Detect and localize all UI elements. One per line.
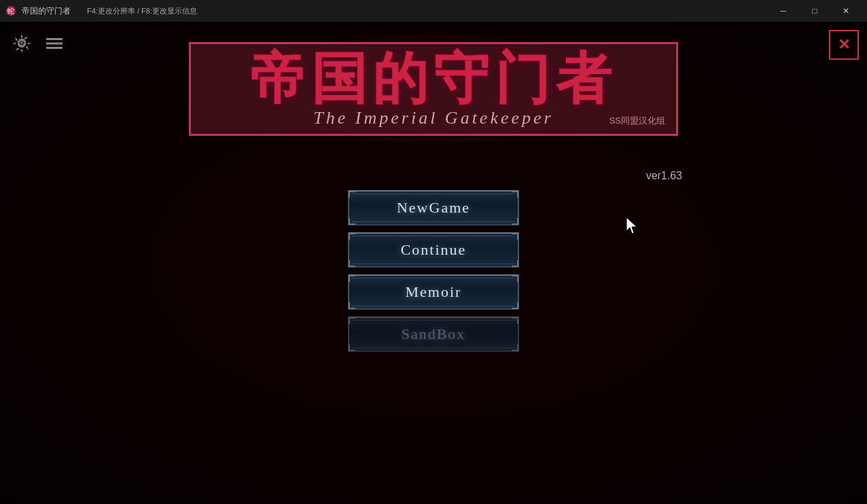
logo-credit: SS同盟汉化组 [609,115,665,127]
titlebar-left: 蛇 帝国的守门者 F4:更改分辨率 / F8:更改显示信息 [5,5,197,17]
svg-text:蛇: 蛇 [7,7,14,15]
titlebar-controls: ─ □ ✕ [768,0,862,22]
version-text: ver1.63 [646,170,682,182]
memoir-button[interactable]: Memoir [348,274,519,310]
minimize-button[interactable]: ─ [768,0,799,22]
window-title: 帝国的守门者 [22,5,71,17]
continue-button[interactable]: Continue [348,232,519,268]
game-title-chinese: 帝国的守门者 [205,51,662,107]
settings-icon-button[interactable]: ⚙ [8,30,35,57]
window-close-button[interactable]: ✕ [830,0,862,22]
sandbox-label: SandBox [402,325,466,343]
app-icon: 蛇 [5,5,16,16]
menu-icon-button[interactable] [41,30,68,57]
main-content: ⚙ ✕ 帝国的守门者 The Imperial Gatekeeper SS同盟汉… [0,22,867,504]
titlebar: 蛇 帝国的守门者 F4:更改分辨率 / F8:更改显示信息 ─ □ ✕ [0,0,867,22]
top-right-close-button[interactable]: ✕ [829,30,859,60]
new-game-button[interactable]: NewGame [348,190,519,226]
game-title-english: The Imperial Gatekeeper [205,108,662,128]
logo-container: 帝国的守门者 The Imperial Gatekeeper SS同盟汉化组 [189,42,678,136]
svg-text:⚙: ⚙ [16,36,27,50]
new-game-label: NewGame [397,199,470,217]
logo-box: 帝国的守门者 The Imperial Gatekeeper SS同盟汉化组 [189,42,678,136]
svg-rect-12 [46,38,63,40]
svg-rect-14 [46,47,63,49]
top-left-icons: ⚙ [8,30,68,57]
close-x-icon: ✕ [838,36,850,54]
sandbox-button[interactable]: SandBox [348,317,519,352]
maximize-button[interactable]: □ [799,0,830,22]
titlebar-hint: F4:更改分辨率 / F8:更改显示信息 [87,6,197,16]
cursor [625,216,641,238]
memoir-label: Memoir [406,283,462,301]
continue-label: Continue [401,241,467,259]
menu-buttons: NewGame Continue Memoir SandBox [348,190,519,352]
svg-rect-13 [46,43,63,45]
